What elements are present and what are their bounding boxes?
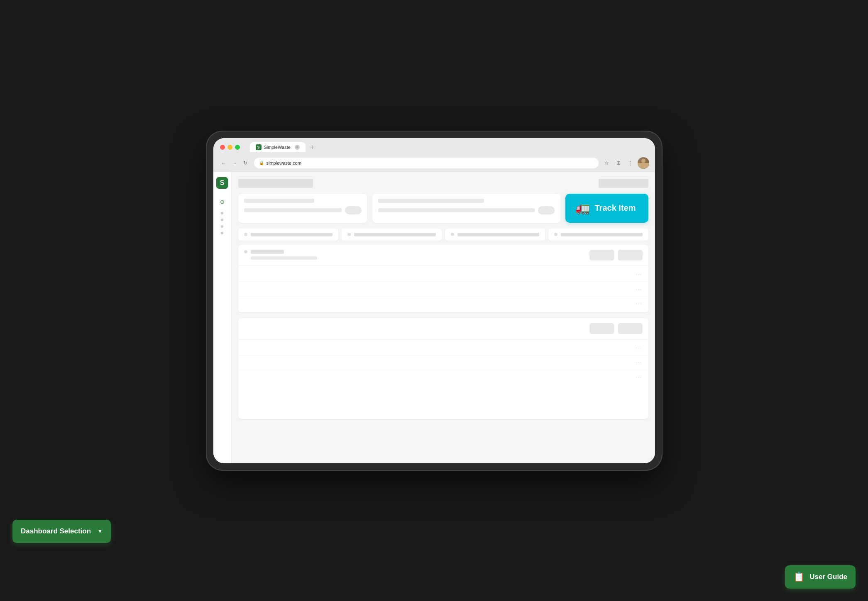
cell-dot-1 (244, 233, 247, 236)
section-title-area-1 (244, 250, 317, 260)
lock-icon: 🔒 (259, 161, 264, 165)
empty-space (238, 386, 648, 419)
top-right-area (599, 179, 648, 188)
cell-dot-2 (347, 233, 351, 236)
data-section-2: ··· ··· ··· (238, 318, 648, 419)
sidebar: S ⊙ (213, 172, 232, 463)
row-actions-dots[interactable]: ··· (636, 286, 642, 292)
back-button[interactable]: ← (219, 158, 228, 168)
section-title-dot-1 (244, 250, 247, 253)
data-rows-1: ··· ··· ··· (238, 266, 648, 312)
section-subtitle-1 (251, 256, 317, 260)
table-header-cell-1 (238, 229, 338, 241)
table-row: ··· (238, 341, 648, 355)
track-item-button[interactable]: 🚛 Track Item (565, 194, 648, 223)
tab-label: SimpleWaste (264, 145, 291, 150)
maximize-button[interactable] (235, 145, 240, 150)
browser-titlebar: S SimpleWaste × + (213, 138, 655, 155)
section-actions-1 (589, 250, 643, 260)
nav-buttons: ← → ↻ (219, 158, 250, 168)
minimize-button[interactable] (227, 145, 232, 150)
app-logo[interactable]: S (216, 177, 228, 189)
row-actions-dots[interactable]: ··· (636, 345, 642, 351)
page-header (238, 179, 648, 188)
cell-dot-4 (554, 233, 557, 236)
sidebar-item-1[interactable] (221, 212, 223, 214)
new-tab-button[interactable]: + (307, 142, 317, 152)
data-rows-2: ··· ··· ··· (238, 339, 648, 386)
cell-text-2 (354, 233, 436, 236)
browser-toolbar: ← → ↻ 🔒 simplewaste.com ☆ ⊞ ⋮ (213, 155, 655, 172)
track-item-label: Track Item (595, 203, 636, 213)
toolbar-actions: ☆ ⊞ ⋮ (603, 157, 649, 169)
cell-text-3 (457, 233, 539, 236)
data-section-header-1 (238, 245, 648, 266)
table-header-cell-2 (342, 229, 442, 241)
refresh-button[interactable]: ↻ (241, 158, 250, 168)
bookmark-icon[interactable]: ☆ (603, 159, 611, 167)
grid-icon[interactable]: ⊞ (614, 159, 623, 167)
row-actions-dots[interactable]: ··· (636, 374, 642, 380)
row-actions-dots[interactable]: ··· (636, 360, 642, 365)
action-btn-2a (589, 323, 614, 334)
device-screen: S SimpleWaste × + ← → ↻ 🔒 simplewaste.co… (213, 138, 655, 463)
sidebar-item-dashboard[interactable]: ⊙ (216, 196, 228, 208)
browser-chrome: S SimpleWaste × + ← → ↻ 🔒 simplewaste.co… (213, 138, 655, 172)
table-header-row (238, 229, 648, 241)
close-button[interactable] (220, 145, 225, 150)
browser-tabs: S SimpleWaste × + (250, 142, 317, 152)
tab-favicon: S (256, 144, 262, 150)
table-row: ··· (238, 297, 648, 311)
device-frame: S SimpleWaste × + ← → ↻ 🔒 simplewaste.co… (206, 131, 663, 471)
user-avatar[interactable] (638, 157, 649, 169)
traffic-lights (220, 145, 240, 150)
skeleton-badge-1 (345, 206, 362, 214)
avatar-image (638, 157, 649, 169)
table-row: ··· (238, 355, 648, 370)
skeleton-4 (378, 208, 535, 212)
address-bar[interactable]: 🔒 simplewaste.com (254, 158, 599, 168)
section-title-line-1 (244, 250, 317, 254)
table-row: ··· (238, 370, 648, 384)
cell-text-4 (561, 233, 643, 236)
track-item-icon: 🚛 (575, 201, 590, 215)
section-title-skeleton-1 (251, 250, 284, 254)
tab-close-icon[interactable]: × (295, 145, 300, 150)
active-tab[interactable]: S SimpleWaste × (250, 142, 306, 152)
table-header-cell-3 (445, 229, 545, 241)
url-text: simplewaste.com (267, 161, 301, 165)
filter-card-2 (372, 194, 560, 223)
skeleton-1 (244, 199, 315, 203)
menu-icon[interactable]: ⋮ (626, 159, 634, 167)
page-title-skeleton (238, 179, 313, 188)
table-row: ··· (238, 268, 648, 282)
main-area: 🚛 Track Item (232, 172, 655, 463)
skeleton-badge-2 (538, 206, 555, 214)
data-section-1: ··· ··· ··· (238, 245, 648, 312)
filter-card-1 (238, 194, 367, 223)
sidebar-item-4[interactable] (221, 232, 223, 234)
filter-row: 🚛 Track Item (238, 194, 648, 223)
row-actions-dots[interactable]: ··· (636, 272, 642, 277)
cell-dot-3 (451, 233, 454, 236)
row-actions-dots[interactable]: ··· (636, 301, 642, 307)
table-row: ··· (238, 282, 648, 297)
sidebar-item-2[interactable] (221, 219, 223, 221)
sidebar-item-3[interactable] (221, 225, 223, 228)
action-btn-2b (618, 323, 643, 334)
action-btn-1a (589, 250, 614, 260)
app-content: S ⊙ (213, 172, 655, 463)
forward-button[interactable]: → (230, 158, 239, 168)
table-header-cell-4 (548, 229, 648, 241)
top-right-skeleton (599, 179, 648, 188)
skeleton-3 (378, 199, 484, 203)
action-btn-1b (618, 250, 643, 260)
data-section-header-2 (238, 318, 648, 339)
cell-text-1 (251, 233, 333, 236)
skeleton-2 (244, 208, 342, 212)
